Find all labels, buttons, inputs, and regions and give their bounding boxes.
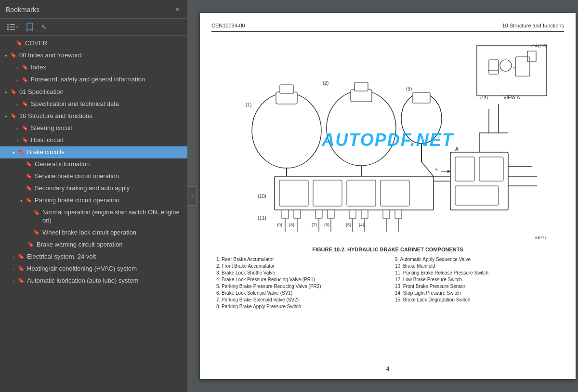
bookmark-icon-brake-warning: 🔖 [27,241,35,249]
tree-item-brake-warning[interactable]: 🔖 Brake warning circuit operation [0,239,187,251]
tree-item-service-brake[interactable]: 🔖 Service brake circuit operation [0,170,187,183]
tree-label-normal-op: Normal operation (engine start switch ON… [42,209,184,225]
parts-item-9: 9. Automatic Apply Sequence Valve [395,256,559,262]
tree-item-index[interactable]: › 🔖 Index [0,62,187,74]
parts-item-6: 6. Brake Lock Solenoid Valve (SV1) [216,290,381,296]
parts-item-12: 12. Low Brake Pressure Switch [395,276,559,283]
tree-label-general: General information [35,160,184,169]
tree-item-10-structure[interactable]: ▾ 🔖 10 Structure and functions [0,110,187,122]
svg-text:(14): (14) [531,43,539,48]
svg-text:(10): (10) [258,194,266,199]
svg-rect-5 [10,29,15,30]
tree-item-hvac[interactable]: › 🔖 Heating/air conditioning (HVAC) syst… [0,263,187,275]
cursor-indicator: ↖ [41,23,47,31]
svg-rect-55 [383,210,390,219]
tree-item-brake-circuits[interactable]: ▾ 🔖 Brake circuits [0,146,187,158]
svg-rect-4 [10,26,15,27]
expand-parking[interactable]: ▾ [17,197,25,205]
tree-label-secondary: Secondary braking and auto apply [35,184,184,193]
tree-item-cover[interactable]: 🔖 COVER [0,38,187,50]
expand-00[interactable]: ▾ [2,52,10,60]
bookmark-icon-10: 🔖 [10,113,17,120]
expand-01[interactable]: ▾ [2,89,10,96]
svg-rect-24 [351,90,372,102]
tree-item-steering[interactable]: › 🔖 Steering circuit [0,122,187,134]
svg-text:BB771: BB771 [535,235,547,240]
svg-rect-22 [280,85,293,93]
pdf-header: CEN10094-00 10 Structure and functions [211,23,564,32]
parts-item-7: 7. Parking Brake Solenoid Valve (SV2) [216,297,381,303]
svg-text:(1): (1) [246,102,251,107]
close-button[interactable]: × [173,5,182,14]
tree-label-service-brake: Service brake circuit operation [35,172,184,181]
bookmarks-panel: Bookmarks × ▾ ↖ � [0,0,188,392]
parts-item-3: 3. Brake Lock Shuttle Valve [216,270,381,276]
list-view-icon[interactable]: ▾ [5,22,20,32]
tree-item-parking-brake[interactable]: ▾ 🔖 Parking brake circuit operation [0,195,187,207]
tree-label-00: 00 Index and foreword [19,52,184,60]
svg-text:(7): (7) [312,222,317,227]
svg-text:(6): (6) [324,222,329,227]
tree-item-label-cover: COVER [25,39,184,48]
tree-item-01-spec[interactable]: ▾ 🔖 01 Specification [0,86,187,98]
pdf-section-title: 10 Structure and functions [502,23,564,28]
expand-hoist[interactable]: › [13,137,21,144]
expand-spec[interactable]: › [13,101,21,108]
tree-item-spec-tech[interactable]: › 🔖 Specification and technical data [0,98,187,110]
tree-item-normal-op[interactable]: 🔖 Normal operation (engine start switch … [0,207,187,227]
expand-foreword[interactable]: › [13,77,21,84]
tree-label-brake-warning: Brake warning circuit operation [37,241,184,249]
pdf-page: CEN10094-00 10 Structure and functions A… [200,13,576,379]
bookmark-icon-00: 🔖 [10,52,17,60]
tree-item-general-info[interactable]: 🔖 General information [0,158,187,170]
tree-item-00-index[interactable]: ▾ 🔖 00 Index and foreword [0,50,187,62]
tree-item-foreword[interactable]: › 🔖 Foreword, safety and general informa… [0,74,187,86]
tree-item-electrical[interactable]: › 🔖 Electrical system, 24 volt [0,251,187,263]
expand-index[interactable]: › [13,64,21,72]
expand-hvac[interactable]: › [10,265,17,273]
tree-label-hoist: Hoist circuit [31,136,184,144]
svg-rect-56 [395,210,402,219]
svg-rect-27 [413,92,430,103]
bookmarks-toolbar: ▾ ↖ [0,19,187,36]
bookmarks-header: Bookmarks × [0,0,187,19]
svg-rect-49 [282,210,289,219]
svg-text:(5): (5) [346,222,351,227]
svg-rect-54 [361,210,368,219]
tree-item-hoist[interactable]: › 🔖 Hoist circuit [0,134,187,146]
parts-item-2: 2. Front Brake Accumulator [216,263,381,269]
svg-rect-25 [355,82,368,91]
hydraulic-brake-diagram: AUTOPDF.NET VIEW A [219,37,556,244]
expand-auto-lube[interactable]: › [10,277,17,285]
tree-label-brake: Brake circuits [27,148,184,157]
bookmark-icon-hvac: 🔖 [17,265,25,273]
svg-text:(2): (2) [323,80,328,86]
bookmark-icon-steering: 🔖 [21,125,29,132]
tree-label-wheel-brake: Wheel brake lock circuit operation [42,229,184,237]
pdf-panel: ‹ CEN10094-00 10 Structure and functions… [188,0,578,392]
parts-item-11: 11. Parking Brake Release Pressure Switc… [395,270,559,276]
svg-rect-53 [349,210,356,219]
expand-brake[interactable]: ▾ [10,149,17,157]
svg-rect-0 [7,24,9,25]
parts-item-8: 8. Parking Brake Apply Pressure Switch [216,303,381,310]
tree-item-wheel-brake[interactable]: 🔖 Wheel brake lock circuit operation [0,227,187,239]
tree-item-secondary-braking[interactable]: 🔖 Secondary braking and auto apply [0,183,187,195]
collapse-panel-button[interactable]: ‹ [188,186,197,206]
expand-electrical[interactable]: › [10,253,17,261]
svg-rect-1 [7,26,9,27]
tree-label-auto-lube: Automatic lubrication (auto lube) system [27,277,184,285]
parts-item-10: 10. Brake Manifold [395,263,559,269]
expand-spacer [8,40,15,48]
bookmarks-tree: 🔖 COVER ▾ 🔖 00 Index and foreword › 🔖 In… [0,36,187,392]
svg-rect-52 [328,210,334,219]
bookmarks-panel-title: Bookmarks [6,6,39,13]
expand-steering[interactable]: › [13,125,21,132]
tree-item-auto-lube[interactable]: › 🔖 Automatic lubrication (auto lube) sy… [0,275,187,287]
expand-10[interactable]: ▾ [2,113,10,120]
tree-label-steering: Steering circuit [31,124,184,132]
bookmark-icon-auto-lube: 🔖 [17,277,25,285]
svg-rect-2 [7,28,9,30]
dropdown-arrow: ▾ [16,25,18,29]
bookmark-nav-icon[interactable] [24,22,36,32]
